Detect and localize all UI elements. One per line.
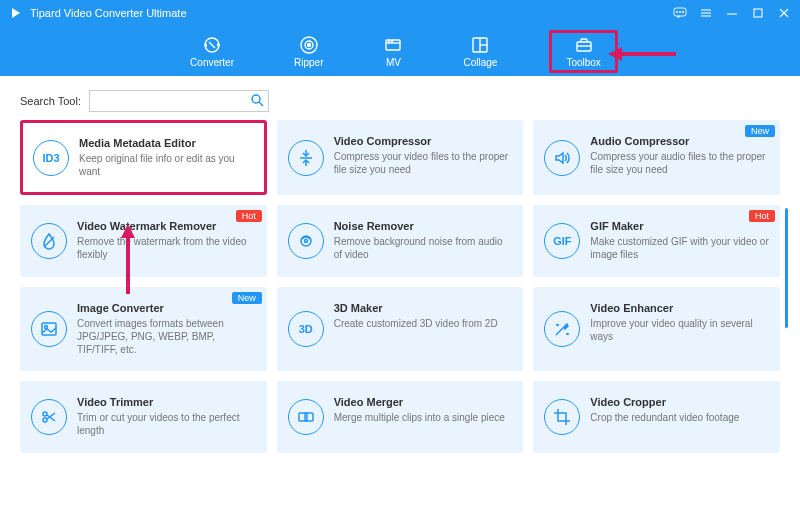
ripper-icon	[299, 35, 319, 55]
tool-description: Trim or cut your videos to the perfect l…	[77, 411, 256, 437]
app-logo-icon	[8, 5, 24, 21]
tool-card[interactable]: Video CropperCrop the redundant video fo…	[533, 381, 780, 453]
badge-hot: Hot	[749, 210, 775, 222]
tool-icon	[544, 311, 580, 347]
content-area: Search Tool: ID3Media Metadata EditorKee…	[0, 76, 800, 519]
converter-icon	[202, 35, 222, 55]
tool-description: Compress your audio files to the proper …	[590, 150, 769, 176]
tool-title: 3D Maker	[334, 302, 513, 314]
titlebar: Tipard Video Converter Ultimate	[0, 0, 800, 26]
tool-title: Audio Compressor	[590, 135, 769, 147]
tools-grid: ID3Media Metadata EditorKeep original fi…	[20, 120, 780, 453]
tool-icon	[31, 399, 67, 435]
tool-card[interactable]: 3D3D MakerCreate customized 3D video fro…	[277, 287, 524, 371]
tool-title: Video Watermark Remover	[77, 220, 256, 232]
tab-label: Toolbox	[566, 57, 600, 68]
tool-card[interactable]: ID3Media Metadata EditorKeep original fi…	[20, 120, 267, 195]
tab-label: Ripper	[294, 57, 323, 68]
maximize-icon[interactable]	[750, 5, 766, 21]
tool-title: Video Merger	[334, 396, 513, 408]
tool-title: Video Compressor	[334, 135, 513, 147]
svg-rect-40	[299, 413, 307, 421]
svg-rect-8	[754, 9, 762, 17]
tool-description: Create customized 3D video from 2D	[334, 317, 513, 330]
tool-description: Remove the watermark from the video flex…	[77, 235, 256, 261]
tool-title: Video Enhancer	[590, 302, 769, 314]
tab-converter[interactable]: Converter	[182, 31, 242, 72]
tool-title: Video Cropper	[590, 396, 769, 408]
svg-point-3	[682, 11, 683, 12]
collage-icon	[470, 35, 490, 55]
tool-card[interactable]: Video Watermark RemoverRemove the waterm…	[20, 205, 267, 277]
tab-label: Collage	[463, 57, 497, 68]
tab-label: MV	[386, 57, 401, 68]
search-label: Search Tool:	[20, 95, 81, 107]
toolbox-icon	[574, 35, 594, 55]
tool-icon	[544, 399, 580, 435]
tool-card[interactable]: Image ConverterConvert images formats be…	[20, 287, 267, 371]
svg-rect-41	[305, 413, 313, 421]
tool-card[interactable]: Audio CompressorCompress your audio file…	[533, 120, 780, 195]
tool-icon	[544, 140, 580, 176]
search-icon[interactable]	[250, 93, 264, 109]
tool-card[interactable]: Video MergerMerge multiple clips into a …	[277, 381, 524, 453]
tool-title: Video Trimmer	[77, 396, 256, 408]
tool-icon	[288, 140, 324, 176]
tab-label: Converter	[190, 57, 234, 68]
tab-mv[interactable]: MV	[375, 31, 411, 72]
svg-point-17	[389, 41, 390, 42]
svg-point-14	[307, 43, 310, 46]
search-row: Search Tool:	[20, 86, 780, 120]
tool-description: Make customized GIF with your video or i…	[590, 235, 769, 261]
minimize-icon[interactable]	[724, 5, 740, 21]
tool-icon: 3D	[288, 311, 324, 347]
close-icon[interactable]	[776, 5, 792, 21]
tool-description: Improve your video quality in several wa…	[590, 317, 769, 343]
svg-point-33	[304, 240, 307, 243]
tool-icon	[288, 223, 324, 259]
tab-collage[interactable]: Collage	[455, 31, 505, 72]
tab-ripper[interactable]: Ripper	[286, 31, 331, 72]
tool-title: Noise Remover	[334, 220, 513, 232]
tool-card[interactable]: GIFGIF MakerMake customized GIF with you…	[533, 205, 780, 277]
tool-icon	[31, 311, 67, 347]
search-box[interactable]	[89, 90, 269, 112]
svg-point-35	[45, 326, 48, 329]
tool-card[interactable]: Video EnhancerImprove your video quality…	[533, 287, 780, 371]
badge-new: New	[232, 292, 262, 304]
tool-description: Crop the redundant video footage	[590, 411, 769, 424]
scrollbar[interactable]	[785, 208, 788, 328]
tool-card[interactable]: Video CompressorCompress your video file…	[277, 120, 524, 195]
badge-new: New	[745, 125, 775, 137]
app-title: Tipard Video Converter Ultimate	[30, 7, 672, 19]
svg-point-36	[43, 412, 47, 416]
tool-description: Remove background noise from audio of vi…	[334, 235, 513, 261]
menu-icon[interactable]	[698, 5, 714, 21]
tool-description: Convert images formats between JPG/JPEG,…	[77, 317, 256, 356]
tool-description: Compress your video files to the proper …	[334, 150, 513, 176]
tool-description: Merge multiple clips into a single piece	[334, 411, 513, 424]
tool-card[interactable]: Noise RemoverRemove background noise fro…	[277, 205, 524, 277]
badge-hot: Hot	[236, 210, 262, 222]
tool-card[interactable]: Video TrimmerTrim or cut your videos to …	[20, 381, 267, 453]
tool-icon	[288, 399, 324, 435]
svg-point-26	[252, 95, 260, 103]
tool-description: Keep original file info or edit as you w…	[79, 152, 254, 178]
svg-point-37	[43, 418, 47, 422]
tabbar: Converter Ripper MV Collage Toolbox	[0, 26, 800, 76]
tool-icon	[31, 223, 67, 259]
svg-point-1	[676, 11, 677, 12]
svg-point-2	[679, 11, 680, 12]
tool-title: Media Metadata Editor	[79, 137, 254, 149]
tool-title: GIF Maker	[590, 220, 769, 232]
feedback-icon[interactable]	[672, 5, 688, 21]
mv-icon	[383, 35, 403, 55]
tool-icon: ID3	[33, 140, 69, 176]
svg-point-18	[392, 41, 393, 42]
tool-title: Image Converter	[77, 302, 256, 314]
search-input[interactable]	[94, 95, 250, 107]
tab-toolbox[interactable]: Toolbox	[549, 30, 617, 73]
tool-icon: GIF	[544, 223, 580, 259]
svg-line-27	[259, 102, 263, 106]
